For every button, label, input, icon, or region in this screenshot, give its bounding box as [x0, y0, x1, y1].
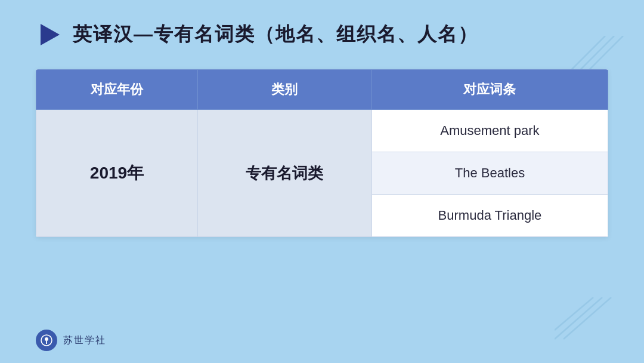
cell-terms: Amusement park The Beatles Burmuda Trian… [371, 110, 608, 237]
col-header-terms: 对应词条 [371, 70, 608, 110]
play-icon [36, 21, 62, 48]
page-title: 英译汉—专有名词类（地名、组织名、人名） [73, 21, 478, 48]
svg-marker-6 [41, 24, 60, 45]
title-row: 英译汉—专有名词类（地名、组织名、人名） [36, 21, 608, 48]
cell-category: 专有名词类 [198, 110, 372, 237]
main-table: 对应年份 类别 对应词条 2019年 专有名词类 Amusement park … [36, 69, 608, 237]
cell-year: 2019年 [36, 110, 198, 237]
content-wrapper: 英译汉—专有名词类（地名、组织名、人名） 对应年份 类别 对应词条 2019年 … [0, 0, 644, 363]
table-row: 2019年 专有名词类 Amusement park The Beatles B… [36, 110, 608, 237]
col-header-year: 对应年份 [36, 70, 198, 110]
table-header-row: 对应年份 类别 对应词条 [36, 70, 608, 110]
terms-list: Amusement park The Beatles Burmuda Trian… [372, 110, 608, 236]
table-container: 对应年份 类别 对应词条 2019年 专有名词类 Amusement park … [36, 69, 608, 339]
term-item-2: The Beatles [372, 152, 608, 195]
term-item-1: Amusement park [372, 110, 608, 152]
term-item-3: Burmuda Triangle [372, 195, 608, 236]
col-header-category: 类别 [198, 70, 372, 110]
